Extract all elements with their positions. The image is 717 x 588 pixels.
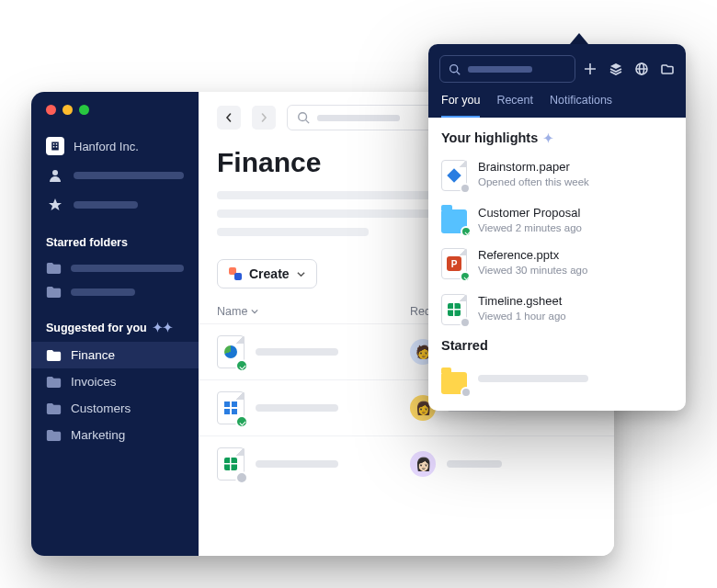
starred-folder-icon [441, 372, 467, 394]
chevron-down-icon [251, 308, 258, 315]
placeholder-line [71, 265, 184, 272]
svg-line-8 [306, 120, 310, 124]
sidebar: Hanford Inc. Starred folders Suggested [31, 92, 199, 556]
search-icon [449, 63, 461, 75]
svg-line-10 [457, 71, 460, 74]
item-subtitle: Viewed 2 minutes ago [478, 222, 582, 233]
sparkle-icon: ✦ [543, 131, 553, 145]
sidebar-item-label: Finance [71, 348, 115, 362]
create-multi-icon [229, 267, 242, 280]
folder-icon [46, 286, 62, 299]
sync-pending-badge-icon [461, 387, 472, 398]
svg-point-9 [450, 64, 458, 72]
highlight-item[interactable]: P Reference.pptx Viewed 30 minutes ago [441, 241, 673, 287]
starred-folder-placeholder[interactable] [31, 256, 199, 280]
svg-point-5 [52, 170, 58, 175]
layers-icon[interactable] [609, 62, 623, 76]
person-icon [46, 166, 64, 185]
add-button[interactable] [583, 62, 598, 76]
starred-item[interactable] [441, 360, 673, 401]
sidebar-item-invoices[interactable]: Invoices [31, 368, 199, 395]
sidebar-item-finance[interactable]: Finance [31, 342, 199, 368]
globe-icon[interactable] [634, 62, 649, 76]
highlights-heading: Your highlights ✦ [441, 130, 673, 145]
chevron-right-icon [259, 113, 268, 122]
placeholder-line [256, 460, 338, 468]
item-title: Customer Proposal [478, 206, 582, 220]
sidebar-item-customers[interactable]: Customers [31, 395, 199, 422]
item-title: Reference.pptx [478, 248, 587, 262]
folder-outline-icon[interactable] [660, 62, 675, 76]
sync-pending-badge-icon [460, 317, 471, 328]
starred-row[interactable] [31, 190, 199, 220]
placeholder-line [74, 201, 138, 209]
building-icon [46, 137, 64, 155]
zoom-window-button[interactable] [79, 105, 89, 115]
search-icon [297, 111, 310, 124]
folder-icon [46, 429, 62, 442]
sync-pending-badge-icon [460, 183, 471, 194]
sparkle-icon: ✦✦ [153, 321, 173, 334]
synced-badge-icon [235, 359, 248, 372]
synced-badge-icon [461, 226, 472, 237]
placeholder-line [447, 460, 502, 468]
highlight-item[interactable]: Timeline.gsheet Viewed 1 hour ago [441, 287, 673, 333]
create-label: Create [249, 266, 290, 281]
svg-marker-13 [610, 63, 621, 69]
placeholder-line [256, 348, 338, 356]
highlight-item[interactable]: Customer Proposal Viewed 2 minutes ago [441, 198, 673, 241]
highlight-item[interactable]: Brainstorm.paper Opened often this week [441, 153, 673, 198]
folder-icon [441, 209, 467, 233]
gsheet-file-icon [441, 294, 467, 325]
svg-rect-3 [53, 146, 55, 148]
svg-rect-4 [56, 146, 58, 148]
popover-search-input[interactable] [439, 55, 575, 83]
tab-for-you[interactable]: For you [441, 94, 480, 118]
create-button[interactable]: Create [217, 259, 317, 288]
minimize-window-button[interactable] [63, 105, 73, 115]
profile-row[interactable] [31, 161, 199, 190]
close-window-button[interactable] [46, 105, 56, 115]
item-subtitle: Viewed 1 hour ago [478, 311, 566, 322]
paper-file-icon [441, 160, 467, 191]
svg-rect-1 [53, 143, 55, 145]
column-name[interactable]: Name [217, 305, 410, 318]
folder-icon [46, 349, 62, 362]
file-icon [217, 391, 245, 424]
table-row[interactable]: 👩🏻 [199, 435, 614, 492]
sidebar-item-label: Invoices [71, 375, 117, 389]
sidebar-item-label: Marketing [71, 428, 125, 442]
placeholder-line [71, 288, 135, 296]
sidebar-item-marketing[interactable]: Marketing [31, 422, 199, 448]
placeholder-line [478, 375, 588, 382]
forward-button[interactable] [252, 106, 276, 130]
placeholder-line [468, 66, 532, 73]
folder-icon [46, 376, 62, 389]
item-title: Timeline.gsheet [478, 294, 566, 308]
svg-rect-2 [56, 143, 58, 145]
avatar: 👩🏻 [410, 451, 436, 477]
svg-rect-0 [51, 142, 59, 151]
org-row[interactable]: Hanford Inc. [31, 131, 199, 161]
chevron-left-icon [224, 113, 233, 122]
file-icon [217, 447, 245, 481]
suggested-heading: Suggested for you ✦✦ [31, 304, 199, 342]
placeholder-line [317, 115, 400, 121]
starred-folders-heading: Starred folders [31, 220, 199, 256]
chevron-down-icon [297, 270, 305, 278]
synced-badge-icon [460, 271, 471, 282]
back-button[interactable] [217, 106, 241, 130]
popover-tabs: For you Recent Notifications [439, 83, 675, 118]
starred-heading: Starred [441, 338, 673, 353]
item-subtitle: Viewed 30 minutes ago [478, 265, 587, 276]
folder-icon [46, 402, 62, 415]
item-title: Brainstorm.paper [478, 160, 589, 174]
tray-popover: For you Recent Notifications Your highli… [428, 44, 686, 411]
tab-notifications[interactable]: Notifications [550, 94, 612, 118]
placeholder-line [74, 172, 184, 179]
sidebar-item-label: Customers [71, 401, 131, 415]
svg-point-7 [299, 113, 307, 121]
tab-recent[interactable]: Recent [496, 94, 533, 118]
popover-body: Your highlights ✦ Brainstorm.paper Opene… [428, 118, 686, 411]
starred-folder-placeholder[interactable] [31, 280, 199, 304]
